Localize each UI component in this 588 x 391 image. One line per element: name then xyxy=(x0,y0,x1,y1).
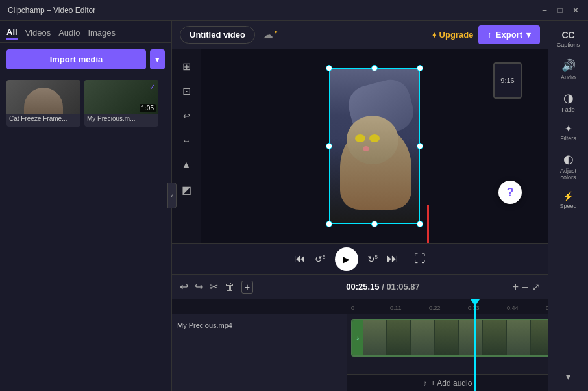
play-button[interactable]: ▶ xyxy=(335,247,358,271)
left-panel: All Videos Audio Images Import media ▾ xyxy=(0,21,172,391)
ruler-mark-0: 0 xyxy=(351,305,354,311)
video-content xyxy=(330,69,419,223)
mask-tool[interactable]: ◩ xyxy=(176,179,197,200)
tab-images[interactable]: Images xyxy=(88,27,116,39)
forward-5s-button[interactable]: ↻5 xyxy=(367,254,378,264)
trash-icon: 🗑 xyxy=(225,281,235,293)
audio-tool[interactable]: 🔊 Audio xyxy=(551,55,586,84)
resize-handle-tr[interactable] xyxy=(417,65,423,71)
minimize-button[interactable]: – xyxy=(540,6,549,15)
adjust-tool[interactable]: ▲ xyxy=(176,155,197,175)
video-preview[interactable] xyxy=(329,68,420,224)
question-mark-icon: ? xyxy=(507,186,514,199)
crop-tool[interactable]: ⊡ xyxy=(176,81,197,101)
cloud-save-icon[interactable]: ☁✦ xyxy=(263,29,278,41)
titlebar-controls: – □ ✕ xyxy=(540,6,580,15)
add-audio-button[interactable]: ♪ + Add audio xyxy=(347,374,548,391)
fade-tool[interactable]: ◑ Fade xyxy=(551,87,586,117)
thumb-content xyxy=(24,88,63,114)
frame-1 xyxy=(363,320,386,355)
import-media-button[interactable]: Import media xyxy=(6,49,146,69)
project-name-label: Untitled video xyxy=(190,30,245,40)
flip-tool[interactable]: ↔ xyxy=(176,130,197,151)
help-button[interactable]: ? xyxy=(498,181,522,204)
scissors-icon: ✂ xyxy=(210,281,218,293)
maximize-button[interactable]: □ xyxy=(556,6,565,15)
rewind-5s-button[interactable]: ↺5 xyxy=(315,254,325,264)
add-audio-label: + Add audio xyxy=(431,379,472,388)
export-chevron-icon: ▾ xyxy=(526,30,531,40)
captions-tool[interactable]: CC Captions xyxy=(551,26,586,52)
add-icon: + xyxy=(241,281,253,294)
titlebar: Clipchamp – Video Editor – □ ✕ xyxy=(0,0,588,21)
export-button[interactable]: ↑ Export ▾ xyxy=(478,25,540,44)
media-item-label: Cat Freeze Frame... xyxy=(6,114,80,123)
import-row: Import media ▾ xyxy=(0,43,171,76)
transform-tool[interactable]: ⊞ xyxy=(176,56,197,77)
fit-to-window-button[interactable]: ⤢ xyxy=(532,282,540,292)
import-dropdown-button[interactable]: ▾ xyxy=(150,49,165,69)
skip-start-icon: ⏮ xyxy=(294,252,306,266)
media-duration: 1:05 xyxy=(140,104,156,112)
clip-left-handle[interactable]: ♪ xyxy=(352,320,363,355)
upload-icon: ↑ xyxy=(487,30,492,40)
resize-handle-ml[interactable] xyxy=(326,143,332,149)
resize-handle-bl[interactable] xyxy=(326,221,332,227)
frame-7 xyxy=(507,320,530,355)
flip-icon: ↔ xyxy=(182,136,191,145)
video-clip[interactable]: ♪ xyxy=(351,319,548,357)
left-tools: ⊞ ⊡ ↩ ↔ ▲ ◩ xyxy=(172,49,201,243)
project-name-button[interactable]: Untitled video xyxy=(180,26,255,44)
video-track: ♪ xyxy=(347,319,548,358)
redo-button[interactable]: ↪ xyxy=(195,281,203,293)
playhead[interactable] xyxy=(474,314,476,391)
timeline-content: 0 0:11 0:22 0:33 0:44 0:55 1:06 xyxy=(172,299,548,391)
delete-button[interactable]: 🗑 xyxy=(225,281,235,293)
toolbar: Untitled video ☁✦ ♦ Upgrade ↑ Export ▾ xyxy=(172,21,548,49)
clip-frames xyxy=(363,320,548,355)
resize-handle-mr[interactable] xyxy=(417,143,423,149)
speed-tool[interactable]: ⚡ Speed xyxy=(551,187,586,213)
tab-all[interactable]: All xyxy=(6,26,18,40)
add-to-timeline-button[interactable]: + xyxy=(241,281,253,294)
skip-to-end-button[interactable]: ⏭ xyxy=(387,252,398,266)
resize-handle-tm[interactable] xyxy=(371,65,378,71)
media-item-my-precious[interactable]: 1:05 ✓ My Precious.m... xyxy=(84,80,158,127)
filters-tool[interactable]: ✦ Filters xyxy=(551,120,586,145)
tab-audio[interactable]: Audio xyxy=(58,27,80,39)
timeline-ruler: 0 0:11 0:22 0:33 0:44 0:55 1:06 xyxy=(172,299,548,314)
fullscreen-button[interactable]: ⛶ xyxy=(414,252,426,266)
media-item-cat-freeze[interactable]: Cat Freeze Frame... xyxy=(6,80,80,127)
ruler-mark-11: 0:11 xyxy=(390,305,402,311)
resize-handle-br[interactable] xyxy=(417,221,423,227)
rotate-tool[interactable]: ↩ xyxy=(176,105,197,126)
tab-videos[interactable]: Videos xyxy=(25,27,51,39)
right-panel-expand-button[interactable]: ▾ xyxy=(562,368,574,386)
undo-button[interactable]: ↩ xyxy=(180,281,188,293)
timeline-tracks: My Precious.mp4 ♪ xyxy=(172,314,548,391)
panel-collapse-handle[interactable]: ‹ xyxy=(167,183,177,208)
video-inner-frame xyxy=(329,68,420,224)
resize-handle-bm[interactable] xyxy=(371,221,378,227)
ruler-mark-22: 0:22 xyxy=(429,305,441,311)
timeline-time-display: 00:25.15 / 01:05.87 xyxy=(346,282,420,292)
track-name-label: My Precious.mp4 xyxy=(177,320,341,331)
center-area: Untitled video ☁✦ ♦ Upgrade ↑ Export ▾ ⊞… xyxy=(172,21,548,391)
arrow-line xyxy=(427,205,429,243)
upgrade-button[interactable]: ♦ Upgrade xyxy=(432,30,473,40)
zoom-in-button[interactable]: + xyxy=(513,281,519,293)
playback-controls: ⏮ ↺5 ▶ ↻5 ⏭ ⛶ xyxy=(172,243,548,274)
video-canvas: 9:16 ? xyxy=(201,49,548,243)
zoom-out-button[interactable]: – xyxy=(522,281,528,293)
close-button[interactable]: ✕ xyxy=(571,6,580,15)
red-arrow-indicator xyxy=(421,205,434,243)
resize-handle-tl[interactable] xyxy=(326,65,332,71)
captions-icon: CC xyxy=(561,30,574,40)
adjust-colors-tool[interactable]: ◐ Adjust colors xyxy=(551,148,586,184)
right-panel: CC Captions 🔊 Audio ◑ Fade ✦ Filters ◐ A… xyxy=(548,21,588,391)
skip-to-start-button[interactable]: ⏮ xyxy=(294,252,306,266)
cat-eye-right xyxy=(369,134,380,142)
total-time: 01:05.87 xyxy=(386,282,419,292)
zoom-controls: + – ⤢ xyxy=(513,281,540,293)
cut-button[interactable]: ✂ xyxy=(210,281,218,293)
